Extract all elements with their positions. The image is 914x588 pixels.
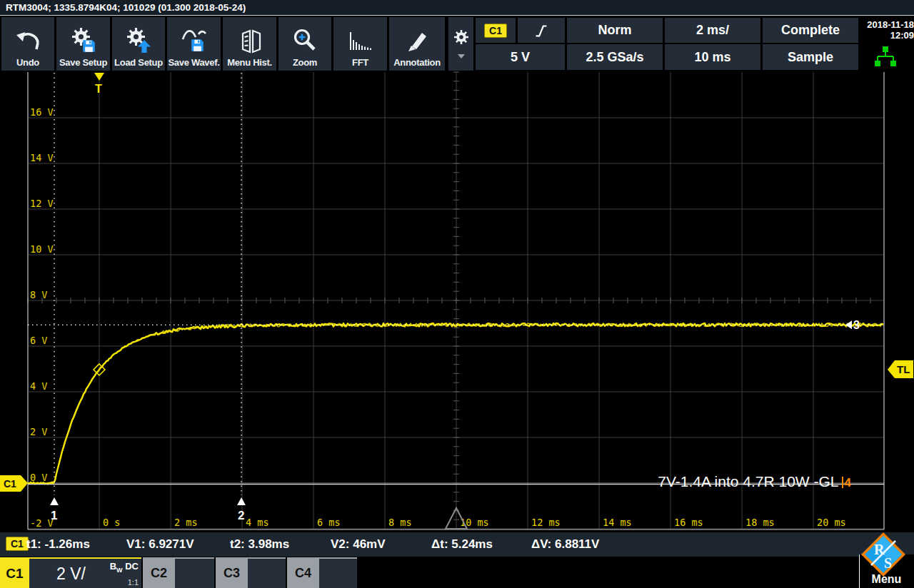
fft-icon (346, 28, 375, 57)
measurement-v2: V2: 46mV (331, 537, 386, 552)
channel-c1-scale: 2 V/ (56, 564, 86, 584)
annotation-text-cursor (842, 477, 843, 488)
svg-text:12 V: 12 V (30, 198, 54, 209)
titlebar: RTM3004; 1335.8794K04; 101029 (01.300 20… (0, 0, 914, 16)
channel-c1-offset-tag[interactable]: C1 (0, 475, 28, 492)
svg-text:16 V: 16 V (30, 106, 54, 118)
timebase-cell[interactable]: 2 ms/ (665, 18, 760, 43)
undo-button[interactable]: Undo (1, 17, 54, 71)
svg-text:8 ms: 8 ms (388, 517, 412, 528)
waveform-annotation[interactable]: 7V-1.4A into 4.7R 10W -GL4 (658, 473, 851, 490)
measurement-t1: t1: -1.26ms (26, 537, 90, 552)
svg-text:R: R (874, 542, 885, 557)
gear-icon (454, 30, 468, 44)
waveform-c1 (28, 323, 883, 484)
trigger-level-tag[interactable]: TL (888, 360, 913, 378)
fft-label: FFT (352, 57, 368, 68)
svg-text:1: 1 (51, 509, 57, 522)
channel-c1-coupling: BW DC (110, 561, 139, 574)
svg-text:6 V: 6 V (30, 335, 47, 346)
save-setup-button[interactable]: Save Setup (56, 17, 110, 71)
acquisition-state-cell[interactable]: Complete (763, 18, 858, 43)
svg-text:14 ms: 14 ms (603, 517, 632, 528)
trigger-source-badge: C1 (484, 24, 507, 38)
svg-text:0 s: 0 s (103, 517, 120, 528)
sample-rate-cell[interactable]: 2.5 GSa/s (567, 44, 663, 70)
timebase-value: 2 ms/ (696, 23, 729, 38)
trigger-time-marker[interactable]: T (94, 73, 104, 95)
trigger-mode-cell[interactable]: Norm (567, 18, 663, 43)
acquisition-mode-cell[interactable]: Sample (763, 44, 858, 70)
svg-text:14 V: 14 V (30, 152, 54, 163)
fft-button[interactable]: FFT (333, 17, 387, 71)
save-waveform-button[interactable]: Save Wavef. (167, 17, 221, 71)
undo-label: Undo (16, 57, 39, 68)
channel-c2-settings[interactable] (175, 557, 214, 588)
channel-c1-name: C1 (6, 566, 23, 582)
load-setup-button[interactable]: Load Setup (112, 17, 165, 71)
svg-text:S: S (884, 555, 892, 571)
measurement-t2: t2: 3.98ms (230, 537, 289, 552)
record-length-value: 10 ms (694, 50, 730, 65)
save-waveform-icon (180, 28, 209, 57)
channel-bar: C1 2 V/ BW DC 1:1 C2 C3 C4 (0, 557, 914, 588)
svg-text:3: 3 (853, 319, 860, 331)
network-icon (873, 46, 898, 69)
svg-text:10 V: 10 V (30, 243, 54, 255)
cursor-1[interactable]: 1 (50, 73, 59, 522)
menu-history-icon (236, 28, 264, 57)
cursor-2[interactable]: 2 (237, 73, 246, 522)
record-length-cell[interactable]: 10 ms (665, 44, 760, 70)
menu-history-label: Menu Hist. (227, 57, 272, 68)
svg-text:TL: TL (897, 363, 910, 375)
channel-c2-name: C2 (151, 566, 167, 581)
svg-text:6 ms: 6 ms (317, 517, 341, 528)
load-setup-label: Load Setup (114, 57, 163, 68)
save-setup-icon (69, 28, 98, 57)
zoom-button[interactable]: Zoom (278, 17, 331, 71)
channel-c1-probe: 1:1 (128, 578, 139, 587)
trigger-slope-cell[interactable] (518, 18, 565, 43)
scope-display: 16 V14 V12 V10 V8 V6 V4 V2 V0 V-2 V0 s2 … (0, 71, 914, 532)
svg-text:2 V: 2 V (30, 426, 47, 437)
channel-c4-settings[interactable] (319, 557, 357, 588)
annotation-label: Annotation (393, 57, 441, 68)
channel-c3-settings[interactable] (248, 557, 286, 588)
svg-text:16 ms: 16 ms (674, 517, 703, 528)
menu-history-button[interactable]: Menu Hist. (223, 17, 276, 71)
svg-text:20 ms: 20 ms (817, 517, 846, 528)
zoom-label: Zoom (293, 57, 317, 68)
zoom-icon (291, 28, 318, 57)
acquisition-mode-value: Sample (788, 50, 833, 65)
channel-c2-tab[interactable]: C2 (143, 557, 175, 588)
display-settings-button[interactable] (448, 17, 473, 71)
save-waveform-label: Save Wavef. (168, 57, 219, 68)
device-title: RTM3004; 1335.8794K04; 101029 (01.300 20… (6, 2, 246, 13)
svg-text:2: 2 (238, 509, 244, 522)
trigger-source-cell[interactable]: C1 (476, 18, 516, 43)
time-value: 12:09 (861, 30, 914, 41)
measurement-v1: V1: 6.9271V (126, 537, 194, 552)
channel-c1-tab[interactable]: C1 (0, 557, 29, 588)
channel-c1-settings[interactable]: 2 V/ BW DC 1:1 (29, 557, 141, 588)
svg-text:4 V: 4 V (30, 380, 47, 392)
measurement-dt: Δt: 5.24ms (431, 537, 493, 552)
svg-text:8 V: 8 V (30, 289, 47, 300)
svg-text:18 ms: 18 ms (745, 517, 775, 528)
vertical-scale-value: 5 V (511, 50, 530, 65)
annotation-button[interactable]: Annotation (389, 17, 445, 71)
vertical-scale-cell[interactable]: 5 V (476, 44, 565, 70)
date-value: 2018-11-18 (861, 17, 914, 30)
scope-canvas: 16 V14 V12 V10 V8 V6 V4 V2 V0 V-2 V0 s2 … (0, 71, 914, 532)
channel-c4-name: C4 (295, 566, 311, 581)
svg-text:2 ms: 2 ms (174, 517, 198, 528)
svg-text:C1: C1 (4, 478, 16, 490)
channel-c3-tab[interactable]: C3 (216, 557, 248, 588)
chevron-down-icon (458, 54, 465, 59)
annotation-index: 4 (845, 476, 851, 490)
rohde-schwarz-logo: R S (860, 532, 906, 577)
svg-text:12 ms: 12 ms (531, 517, 561, 528)
svg-text:T: T (95, 83, 102, 95)
channel-c4-tab[interactable]: C4 (287, 557, 319, 588)
save-setup-label: Save Setup (59, 57, 107, 68)
